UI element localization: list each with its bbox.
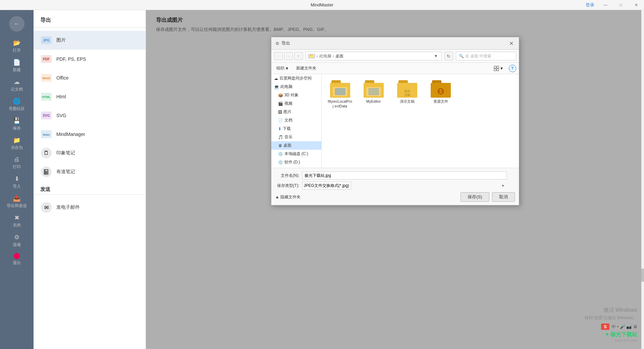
file-tree: ☁ 百度网盘同步空间 💻 此电脑 📦 3D 对象 🎬 [271,74,322,168]
tree-item-doc[interactable]: 📄 文档 [271,116,321,124]
tree-item-music[interactable]: 🎵 音乐 [271,133,321,141]
video-icon: 🎬 [278,101,283,106]
close-app-icon: ✖ [14,214,19,221]
nav-back-button[interactable]: ← [274,52,283,60]
file-label-iflyreclocal: IflyrecLocalProj ectData [328,99,353,109]
sidebar-label-community: 导图社区 [9,106,25,112]
impression-export-icon: 🗒 [40,147,52,159]
back-button[interactable]: ← [9,16,24,32]
nav-forward-button[interactable]: → [284,52,293,60]
svg-export-label: SVG [56,113,66,118]
hide-folders-button[interactable]: ▲ 隐藏文件夹 [275,194,301,200]
sidebar-item-export-send[interactable]: 📤 导出和发送 [0,192,34,211]
tree-item-picture[interactable]: 🖼 图片 [271,108,321,116]
sidebar-label-import: 导入 [13,184,21,189]
filename-label: 文件名(N): [275,173,302,179]
filetype-row: 保存类型(T): JPEG文件交换格式(*.jpg) [275,182,515,190]
sidebar-item-import[interactable]: ⬇ 导入 [0,172,34,192]
svg-text:SVG: SVG [43,114,50,117]
svg-text:PDF: PDF [43,57,50,61]
sidebar-label-close: 关闭 [13,222,21,228]
filename-row: 文件名(N): [275,171,515,180]
sidebar-item-options[interactable]: ⚙ 选项 [0,231,34,250]
organize-button[interactable]: 组织 ▼ [274,64,291,72]
youdao-export-icon: 📓 [40,166,52,178]
export-item-pdf[interactable]: PDF PDF, PS, EPS [34,50,146,68]
file-item-resources[interactable]: 资源文件 [426,78,456,111]
cancel-button[interactable]: 取消 [492,192,515,202]
sidebar-item-open[interactable]: 📂 打开 [0,37,34,56]
pdf-export-icon: PDF [40,53,52,65]
sidebar-item-new[interactable]: 📄 新建 [0,56,34,76]
filename-input[interactable] [302,171,507,180]
sidebar-item-quit[interactable]: 退出 [0,250,34,268]
file-item-myeditor[interactable]: MyEditor [359,78,389,111]
tree-item-network[interactable]: 🌐 网络 [271,166,321,168]
minimize-button[interactable]: — [598,0,613,10]
view-button[interactable]: ▼ [491,64,506,72]
export-title: 导出 [34,10,146,27]
right-scrollbar[interactable] [641,10,644,349]
tree-item-desktop[interactable]: 🖥 桌面 [271,141,321,150]
svg-point-17 [438,90,440,92]
export-send-icon: 📤 [13,195,20,202]
tree-item-thispc[interactable]: 💻 此电脑 [271,83,321,91]
export-item-html[interactable]: HTML Html [34,87,146,106]
new-icon: 📄 [13,59,20,66]
sidebar-item-save[interactable]: 💾 保存 [0,114,34,134]
tree-item-baidu[interactable]: ☁ 百度网盘同步空间 [271,74,321,83]
file-item-presentation[interactable]: 演示文稿 演示文稿 [392,78,422,111]
sidebar-label-open: 打开 [13,48,21,53]
sidebar-label-export-send: 导出和发送 [7,203,27,209]
sidebar-item-print[interactable]: 🖨 打印 [0,153,34,172]
export-item-image[interactable]: JPG 图片 [34,31,146,50]
tree-item-local-c[interactable]: 💿 本地磁盘 (C:) [271,150,321,158]
help-button[interactable]: ? [509,65,516,72]
address-dropdown[interactable]: ▼ [434,54,439,58]
export-item-impression[interactable]: 🗒 印象笔记 [34,144,146,162]
file-browser: ☁ 百度网盘同步空间 💻 此电脑 📦 3D 对象 🎬 [271,74,519,168]
dialog-toolbar: ← → ↑ 📁 › 此电脑 › 桌面 ▼ ↻ 🔍 在 桌面 中搜索 [271,50,519,63]
dialog-close-button[interactable]: ✕ [508,40,515,47]
nav-up-button[interactable]: ↑ [294,52,303,60]
content-area: 导出成图片 保存成图片文件，可以让任何能浏览图片的计算机方便查看。BMP、JPE… [146,10,644,349]
address-bar[interactable]: 📁 › 此电脑 › 桌面 ▼ [306,52,442,60]
close-button[interactable]: ✕ [629,0,644,10]
print-icon: 🖨 [14,156,20,163]
tree-item-software-d[interactable]: 💿 软件 (D:) [271,158,321,166]
sidebar-label-print: 打印 [13,164,21,170]
hide-folders-icon: ▲ [275,195,279,199]
new-folder-label: 新建文件夹 [296,65,316,71]
tree-item-video[interactable]: 🎬 视频 [271,99,321,108]
dialog-gear-icon: ⚙ [275,41,279,46]
export-panel: 导出 JPG 图片 PDF PDF, PS, EPS [34,10,146,349]
tree-item-3d[interactable]: 📦 3D 对象 [271,91,321,99]
thispc-icon: 💻 [274,85,279,89]
export-item-youdao[interactable]: 📓 有道笔记 [34,162,146,181]
export-item-email[interactable]: ✉ 发电子邮件 [34,198,146,217]
sidebar-item-community[interactable]: 🌐 导图社区 [0,95,34,114]
tree-item-download[interactable]: ⬇ 下载 [271,124,321,133]
search-placeholder: 在 桌面 中搜索 [465,53,492,59]
export-item-svg[interactable]: SVG SVG [34,106,146,125]
login-link[interactable]: 登录 [586,2,594,8]
dialog-overlay: ⚙ 导出 ✕ ← → ↑ 📁 › 此电脑 › 桌面 [146,10,644,349]
html-export-icon: HTML [40,91,52,103]
refresh-button[interactable]: ↻ [444,52,453,60]
file-item-iflyreclocal[interactable]: IflyrecLocalProj ectData [325,78,355,111]
sidebar-item-saveas[interactable]: 📁 另存为 [0,134,34,153]
file-grid: IflyrecLocalProj ectData MyEd [322,74,519,168]
address-current: 桌面 [335,53,343,59]
sidebar-item-close[interactable]: ✖ 关闭 [0,211,34,231]
save-button[interactable]: 保存(S) [461,192,489,202]
export-item-mindmanager[interactable]: Model MindManager [34,125,146,144]
search-box[interactable]: 🔍 在 桌面 中搜索 [456,52,516,60]
new-folder-button[interactable]: 新建文件夹 [294,64,319,72]
export-item-office[interactable]: Word Office [34,68,146,87]
picture-icon: 🖼 [278,110,282,114]
restore-button[interactable]: □ [613,0,629,10]
folder-icon-iflyreclocal [330,80,350,98]
software-d-icon: 💿 [278,160,283,165]
filetype-select[interactable]: JPEG文件交换格式(*.jpg) [302,182,351,190]
sidebar-item-cloud[interactable]: ☁ 云文档 [0,76,34,95]
